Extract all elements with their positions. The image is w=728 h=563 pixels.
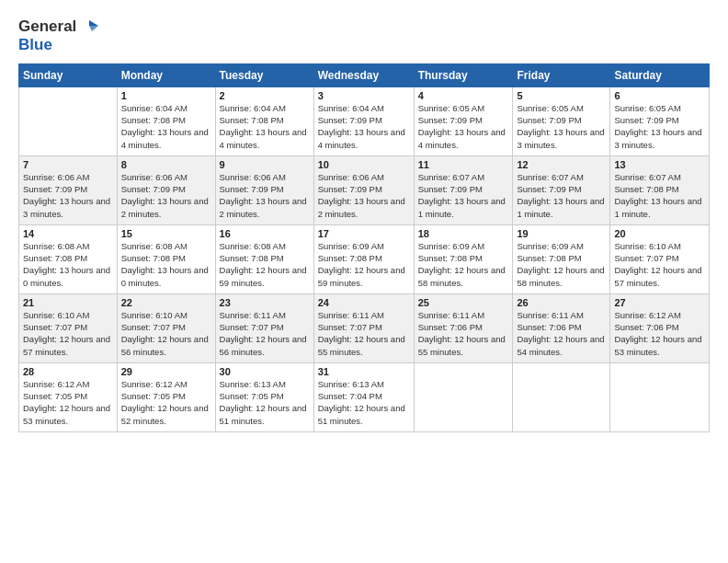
day-number: 23	[220, 297, 310, 308]
day-info: Sunrise: 6:11 AMSunset: 7:06 PMDaylight:…	[418, 309, 509, 358]
calendar-day-cell: 20Sunrise: 6:10 AMSunset: 7:07 PMDayligh…	[610, 224, 710, 293]
weekday-header-cell: Monday	[117, 63, 215, 86]
calendar-day-cell: 2Sunrise: 6:04 AMSunset: 7:08 PMDaylight…	[215, 86, 313, 155]
day-number: 3	[318, 90, 410, 101]
calendar-week-row: 14Sunrise: 6:08 AMSunset: 7:08 PMDayligh…	[19, 224, 710, 293]
calendar-week-row: 1Sunrise: 6:04 AMSunset: 7:08 PMDaylight…	[19, 86, 710, 155]
day-info: Sunrise: 6:08 AMSunset: 7:08 PMDaylight:…	[23, 240, 113, 289]
calendar-day-cell	[414, 362, 513, 431]
day-info: Sunrise: 6:04 AMSunset: 7:08 PMDaylight:…	[121, 102, 211, 151]
calendar-day-cell: 17Sunrise: 6:09 AMSunset: 7:08 PMDayligh…	[313, 224, 414, 293]
day-info: Sunrise: 6:12 AMSunset: 7:05 PMDaylight:…	[23, 378, 113, 427]
calendar-day-cell: 29Sunrise: 6:12 AMSunset: 7:05 PMDayligh…	[117, 362, 215, 431]
logo-general: General	[18, 18, 76, 36]
logo-blue: Blue	[18, 37, 98, 54]
calendar-day-cell: 21Sunrise: 6:10 AMSunset: 7:07 PMDayligh…	[19, 293, 118, 362]
day-number: 15	[121, 228, 211, 239]
day-number: 5	[517, 90, 606, 101]
calendar-week-row: 21Sunrise: 6:10 AMSunset: 7:07 PMDayligh…	[19, 293, 710, 362]
calendar-day-cell: 18Sunrise: 6:09 AMSunset: 7:08 PMDayligh…	[414, 224, 513, 293]
calendar-day-cell: 4Sunrise: 6:05 AMSunset: 7:09 PMDaylight…	[414, 86, 513, 155]
calendar-table: SundayMondayTuesdayWednesdayThursdayFrid…	[18, 63, 710, 432]
day-info: Sunrise: 6:05 AMSunset: 7:09 PMDaylight:…	[418, 102, 509, 151]
calendar-day-cell	[513, 362, 610, 431]
day-number: 12	[517, 159, 606, 170]
day-info: Sunrise: 6:13 AMSunset: 7:04 PMDaylight:…	[318, 378, 410, 427]
weekday-header-cell: Sunday	[19, 63, 118, 86]
calendar-day-cell: 10Sunrise: 6:06 AMSunset: 7:09 PMDayligh…	[313, 155, 414, 224]
day-number: 27	[614, 297, 705, 308]
day-info: Sunrise: 6:06 AMSunset: 7:09 PMDaylight:…	[121, 171, 211, 220]
day-info: Sunrise: 6:13 AMSunset: 7:05 PMDaylight:…	[220, 378, 310, 427]
day-info: Sunrise: 6:08 AMSunset: 7:08 PMDaylight:…	[220, 240, 310, 289]
day-number: 11	[418, 159, 509, 170]
day-info: Sunrise: 6:08 AMSunset: 7:08 PMDaylight:…	[121, 240, 211, 289]
calendar-week-row: 7Sunrise: 6:06 AMSunset: 7:09 PMDaylight…	[19, 155, 710, 224]
day-info: Sunrise: 6:10 AMSunset: 7:07 PMDaylight:…	[614, 240, 705, 289]
day-number: 28	[23, 366, 113, 377]
day-number: 24	[318, 297, 410, 308]
day-number: 31	[318, 366, 410, 377]
calendar-day-cell: 1Sunrise: 6:04 AMSunset: 7:08 PMDaylight…	[117, 86, 215, 155]
day-info: Sunrise: 6:07 AMSunset: 7:09 PMDaylight:…	[418, 171, 509, 220]
calendar-day-cell	[610, 362, 710, 431]
calendar-week-row: 28Sunrise: 6:12 AMSunset: 7:05 PMDayligh…	[19, 362, 710, 431]
calendar-day-cell: 8Sunrise: 6:06 AMSunset: 7:09 PMDaylight…	[117, 155, 215, 224]
day-number: 16	[220, 228, 310, 239]
day-info: Sunrise: 6:04 AMSunset: 7:09 PMDaylight:…	[318, 102, 410, 151]
calendar-day-cell: 26Sunrise: 6:11 AMSunset: 7:06 PMDayligh…	[513, 293, 610, 362]
day-info: Sunrise: 6:05 AMSunset: 7:09 PMDaylight:…	[517, 102, 606, 151]
day-info: Sunrise: 6:07 AMSunset: 7:09 PMDaylight:…	[517, 171, 606, 220]
day-number: 20	[614, 228, 705, 239]
day-number: 17	[318, 228, 410, 239]
day-number: 6	[614, 90, 705, 101]
weekday-header-cell: Wednesday	[313, 63, 414, 86]
day-number: 4	[418, 90, 509, 101]
day-info: Sunrise: 6:11 AMSunset: 7:07 PMDaylight:…	[318, 309, 410, 358]
day-number: 26	[517, 297, 606, 308]
weekday-header-cell: Thursday	[414, 63, 513, 86]
day-info: Sunrise: 6:12 AMSunset: 7:06 PMDaylight:…	[614, 309, 705, 358]
day-info: Sunrise: 6:11 AMSunset: 7:06 PMDaylight:…	[517, 309, 606, 358]
logo-container: General Blue	[18, 17, 98, 54]
calendar-day-cell: 28Sunrise: 6:12 AMSunset: 7:05 PMDayligh…	[19, 362, 118, 431]
weekday-header-row: SundayMondayTuesdayWednesdayThursdayFrid…	[19, 63, 710, 86]
day-number: 19	[517, 228, 606, 239]
logo: General Blue	[18, 17, 98, 54]
day-info: Sunrise: 6:07 AMSunset: 7:08 PMDaylight:…	[614, 171, 705, 220]
calendar-day-cell	[19, 86, 118, 155]
calendar-day-cell: 31Sunrise: 6:13 AMSunset: 7:04 PMDayligh…	[313, 362, 414, 431]
day-info: Sunrise: 6:10 AMSunset: 7:07 PMDaylight:…	[23, 309, 113, 358]
day-number: 14	[23, 228, 113, 239]
calendar-day-cell: 11Sunrise: 6:07 AMSunset: 7:09 PMDayligh…	[414, 155, 513, 224]
calendar-day-cell: 3Sunrise: 6:04 AMSunset: 7:09 PMDaylight…	[313, 86, 414, 155]
svg-marker-1	[89, 26, 98, 31]
day-info: Sunrise: 6:09 AMSunset: 7:08 PMDaylight:…	[318, 240, 410, 289]
day-info: Sunrise: 6:09 AMSunset: 7:08 PMDaylight:…	[517, 240, 606, 289]
day-number: 8	[121, 159, 211, 170]
day-number: 18	[418, 228, 509, 239]
calendar-day-cell: 9Sunrise: 6:06 AMSunset: 7:09 PMDaylight…	[215, 155, 313, 224]
day-number: 29	[121, 366, 211, 377]
calendar-day-cell: 14Sunrise: 6:08 AMSunset: 7:08 PMDayligh…	[19, 224, 118, 293]
day-number: 21	[23, 297, 113, 308]
day-info: Sunrise: 6:06 AMSunset: 7:09 PMDaylight:…	[318, 171, 410, 220]
day-number: 1	[121, 90, 211, 101]
day-number: 9	[220, 159, 310, 170]
calendar-day-cell: 24Sunrise: 6:11 AMSunset: 7:07 PMDayligh…	[313, 293, 414, 362]
calendar-day-cell: 25Sunrise: 6:11 AMSunset: 7:06 PMDayligh…	[414, 293, 513, 362]
day-info: Sunrise: 6:05 AMSunset: 7:09 PMDaylight:…	[614, 102, 705, 151]
day-info: Sunrise: 6:09 AMSunset: 7:08 PMDaylight:…	[418, 240, 509, 289]
day-number: 30	[220, 366, 310, 377]
day-number: 25	[418, 297, 509, 308]
calendar-day-cell: 30Sunrise: 6:13 AMSunset: 7:05 PMDayligh…	[215, 362, 313, 431]
calendar-day-cell: 6Sunrise: 6:05 AMSunset: 7:09 PMDaylight…	[610, 86, 710, 155]
day-number: 7	[23, 159, 113, 170]
svg-marker-0	[89, 20, 98, 26]
day-info: Sunrise: 6:12 AMSunset: 7:05 PMDaylight:…	[121, 378, 211, 427]
logo-bird-icon	[78, 17, 98, 37]
weekday-header-cell: Tuesday	[215, 63, 313, 86]
calendar-day-cell: 13Sunrise: 6:07 AMSunset: 7:08 PMDayligh…	[610, 155, 710, 224]
calendar-day-cell: 22Sunrise: 6:10 AMSunset: 7:07 PMDayligh…	[117, 293, 215, 362]
weekday-header-cell: Saturday	[610, 63, 710, 86]
